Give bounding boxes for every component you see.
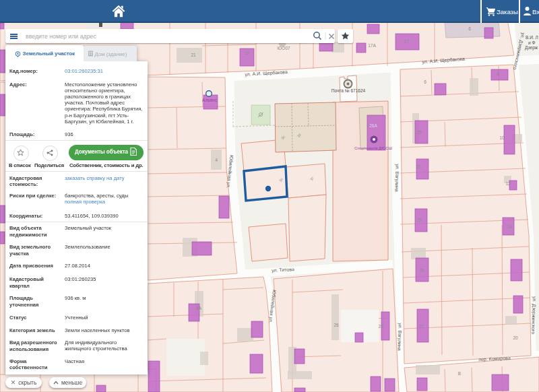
svg-text:8А: 8А xyxy=(196,306,202,311)
svg-text:Спортшкола ДЮСШ: Спортшкола ДЮСШ xyxy=(354,146,392,150)
svg-text:21: 21 xyxy=(191,53,196,57)
svg-text:В.И. Л: В.И. Л xyxy=(526,35,538,40)
svg-text:27: 27 xyxy=(418,324,424,329)
svg-text:20: 20 xyxy=(513,335,518,340)
svg-text:28: 28 xyxy=(378,324,383,329)
svg-text:14: 14 xyxy=(507,224,512,229)
svg-text:В: В xyxy=(458,371,461,376)
svg-text:23: 23 xyxy=(416,164,421,169)
svg-text:8: 8 xyxy=(497,71,499,76)
svg-text:12: 12 xyxy=(505,181,511,186)
svg-text:25: 25 xyxy=(416,130,422,135)
svg-text:6: 6 xyxy=(468,26,471,31)
svg-text:19: 19 xyxy=(244,51,249,55)
svg-text:26: 26 xyxy=(334,323,339,327)
svg-text:17А: 17А xyxy=(368,43,376,48)
svg-text:6: 6 xyxy=(424,79,426,84)
svg-text:4: 4 xyxy=(215,158,218,162)
svg-text:и Ф: и Ф xyxy=(528,40,535,45)
svg-text:Почта № 671624: Почта № 671624 xyxy=(331,88,366,93)
svg-text:ЮО07: ЮО07 xyxy=(278,46,290,51)
svg-text:17: 17 xyxy=(404,39,409,44)
svg-text:26А: 26А xyxy=(369,123,377,128)
svg-text:25: 25 xyxy=(416,218,422,222)
svg-text:Альянс: Альянс xyxy=(202,98,218,102)
svg-text:10: 10 xyxy=(499,135,505,140)
svg-text:29: 29 xyxy=(419,268,424,273)
svg-text:Дзерж: Дзерж xyxy=(525,45,538,51)
